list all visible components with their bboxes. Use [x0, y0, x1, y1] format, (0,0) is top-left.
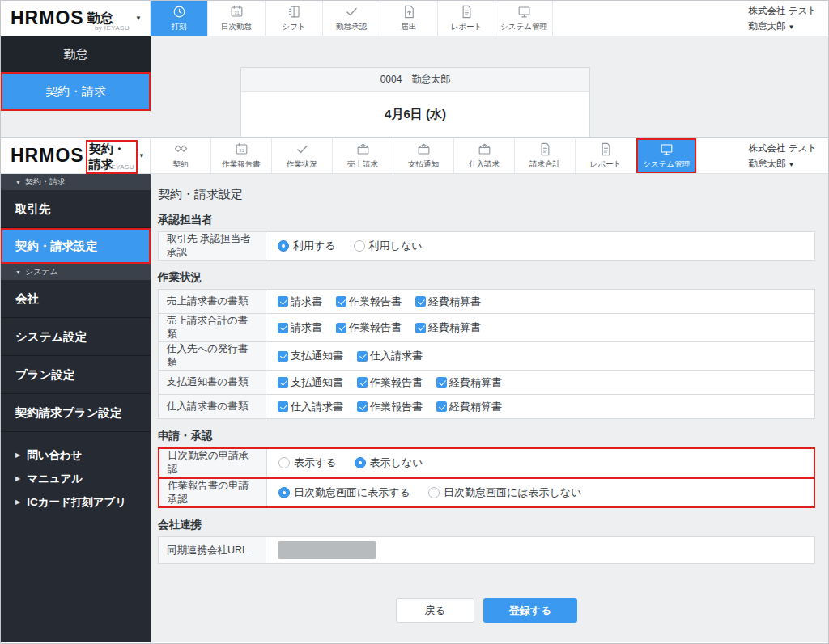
sidebar-item-partners[interactable]: 取引先 [1, 190, 151, 228]
url-input-redacted[interactable] [278, 541, 376, 559]
nav-tab-label: システム管理 [500, 22, 547, 32]
checkbox-option[interactable]: 請求書 [278, 294, 322, 309]
contract-billing-app: HRMOS 契約・請求 by IEYASU ▼ 契約31作業報告書作業状況売上請… [1, 138, 828, 643]
sidebar-item-contract-billing-plan-settings[interactable]: 契約請求プラン設定 [1, 394, 151, 432]
checkbox-checked-icon[interactable] [436, 377, 447, 388]
checkbox-option[interactable]: 支払通知書 [278, 349, 343, 363]
sidebar-link-manual[interactable]: ▶マニュアル [1, 467, 151, 490]
checkbox-option[interactable]: 請求書 [278, 320, 322, 335]
screenshot-frame: HRMOS 勤怠 by IEYASU ▼ 打刻31日次勤怠シフト勤怠承認届出レポ… [0, 0, 829, 644]
contract-nav-tab-sales-invoice[interactable]: 売上請求 [333, 138, 393, 173]
checkbox-option[interactable]: 仕入請求書 [278, 400, 343, 414]
page-title: 契約・請求設定 [158, 185, 815, 203]
checkbox-option[interactable]: 作業報告書 [336, 294, 402, 309]
checkbox-checked-icon[interactable] [278, 351, 288, 362]
chevron-down-icon[interactable]: ▼ [135, 15, 142, 22]
contract-nav-tab-work-status[interactable]: 作業状況 [272, 138, 333, 173]
checkbox-checked-icon[interactable] [278, 296, 288, 307]
option-label: 支払通知書 [291, 375, 343, 390]
checkbox-checked-icon[interactable] [415, 296, 426, 307]
radio-option[interactable]: 利用する [278, 239, 336, 253]
setting-label: 作業報告書の申請承認 [159, 479, 267, 506]
radio-unselected-icon[interactable] [354, 240, 365, 252]
radio-selected-icon[interactable] [355, 457, 366, 468]
mail-icon [355, 142, 371, 157]
chevron-down-icon[interactable]: ▼ [138, 152, 145, 159]
setting-row-supplier-issued-docs: 仕入先への発行書類支払通知書仕入請求書 [158, 341, 815, 371]
radio-option[interactable]: 表示しない [355, 455, 423, 470]
sidebar-item-plan-settings[interactable]: プラン設定 [1, 356, 151, 394]
checkbox-option[interactable]: 経費精算書 [436, 375, 502, 390]
contract-nav-tab-contract[interactable]: 契約 [151, 138, 211, 173]
radio-option[interactable]: 利用しない [354, 239, 423, 253]
attendance-nav-tab-attendance-approval[interactable]: 勤怠承認 [323, 1, 380, 36]
checkbox-option[interactable]: 作業報告書 [357, 400, 423, 414]
option-label: 経費精算書 [449, 400, 502, 414]
radio-option[interactable]: 日次勤怠画面に表示する [278, 485, 410, 500]
section-rows-work-status: 売上請求書の書類請求書作業報告書経費精算書売上請求合計の書類請求書作業報告書経費… [158, 289, 815, 419]
sidebar-link-ic-card-app[interactable]: ▶ICカード打刻アプリ [1, 490, 151, 514]
radio-unselected-icon[interactable] [428, 487, 440, 498]
contract-nav-tab-purchase-invoice[interactable]: 仕入請求 [454, 138, 515, 173]
option-label: 利用する [293, 239, 336, 253]
checkbox-checked-icon[interactable] [278, 401, 288, 412]
setting-label: 仕入請求書の書類 [159, 395, 266, 418]
checkbox-checked-icon[interactable] [336, 323, 346, 333]
sidebar-links: ▶問い合わせ▶マニュアル▶ICカード打刻アプリ [1, 443, 151, 514]
contract-logo[interactable]: HRMOS 契約・請求 by IEYASU ▼ [1, 138, 151, 173]
sidebar-item-contract-billing[interactable]: 契約・請求 [1, 72, 151, 111]
sidebar-item-system-settings[interactable]: システム設定 [1, 318, 151, 356]
sidebar-section-label: システム [25, 266, 58, 278]
checkbox-checked-icon[interactable] [436, 401, 447, 412]
sidebar-link-label: マニュアル [27, 472, 83, 486]
attendance-logo[interactable]: HRMOS 勤怠 by IEYASU ▼ [1, 1, 151, 36]
setting-value: 請求書作業報告書経費精算書 [266, 290, 814, 313]
attendance-nav-tab-system-admin[interactable]: システム管理 [495, 1, 553, 36]
attendance-nav-tab-daily-attendance[interactable]: 31日次勤怠 [208, 1, 266, 36]
attendance-nav-tab-report[interactable]: レポート [438, 1, 495, 36]
checkbox-option[interactable]: 仕入請求書 [357, 349, 423, 363]
attendance-nav-tab-notice[interactable]: 届出 [380, 1, 438, 36]
radio-unselected-icon[interactable] [278, 457, 290, 468]
radio-option[interactable]: 表示する [278, 455, 337, 470]
contract-nav-tab-payment-notice[interactable]: 支払通知 [393, 138, 454, 173]
checkbox-checked-icon[interactable] [336, 296, 346, 307]
monitor-icon [517, 4, 532, 19]
contract-nav-tab-system-admin[interactable]: システム管理 [636, 138, 697, 173]
contract-nav-tab-work-report[interactable]: 31作業報告書 [211, 138, 272, 173]
checkbox-checked-icon[interactable] [415, 323, 426, 333]
radio-selected-icon[interactable] [278, 487, 290, 498]
attendance-nav-tab-shift[interactable]: シフト [266, 1, 323, 36]
radio-selected-icon[interactable] [278, 240, 289, 252]
option-label: 日次勤怠画面には表示しない [444, 485, 582, 500]
setting-label: 同期連携会社URL [159, 537, 266, 563]
sidebar-item-contract-billing-settings[interactable]: 契約・請求設定 [1, 228, 151, 264]
sidebar-item-attendance[interactable]: 勤怠 [1, 36, 151, 72]
checkbox-checked-icon[interactable] [357, 351, 368, 362]
checkbox-checked-icon[interactable] [357, 377, 368, 388]
option-label: 経費精算書 [428, 294, 481, 309]
checkbox-checked-icon[interactable] [278, 377, 288, 388]
checkbox-checked-icon[interactable] [278, 323, 288, 333]
nav-tab-label: 売上請求 [347, 159, 378, 170]
sidebar-item-company[interactable]: 会社 [1, 280, 151, 318]
option-label: 作業報告書 [349, 294, 402, 309]
user-menu[interactable]: 株式会社 テスト 勤怠太郎▼ [748, 141, 828, 171]
user-menu[interactable]: 株式会社 テスト 勤怠太郎▼ [748, 3, 828, 33]
checkbox-option[interactable]: 経費精算書 [415, 320, 481, 335]
sidebar-link-contact[interactable]: ▶問い合わせ [1, 443, 151, 467]
checkbox-option[interactable]: 作業報告書 [336, 320, 402, 335]
setting-row-sales-invoice-total-docs: 売上請求合計の書類請求書作業報告書経費精算書 [158, 313, 815, 342]
contract-nav-tab-invoice-total[interactable]: 請求合計 [515, 138, 576, 173]
attendance-nav-tab-stamp[interactable]: 打刻 [151, 1, 208, 36]
back-button[interactable]: 戻る [396, 598, 474, 623]
submit-button[interactable]: 登録する [483, 598, 577, 623]
checkbox-option[interactable]: 経費精算書 [436, 400, 502, 414]
option-label: 表示する [294, 455, 337, 470]
radio-option[interactable]: 日次勤怠画面には表示しない [428, 485, 582, 500]
contract-nav-tab-report[interactable]: レポート [576, 138, 636, 173]
checkbox-option[interactable]: 支払通知書 [278, 375, 343, 390]
checkbox-option[interactable]: 経費精算書 [415, 294, 481, 309]
checkbox-option[interactable]: 作業報告書 [357, 375, 423, 390]
checkbox-checked-icon[interactable] [357, 401, 368, 412]
